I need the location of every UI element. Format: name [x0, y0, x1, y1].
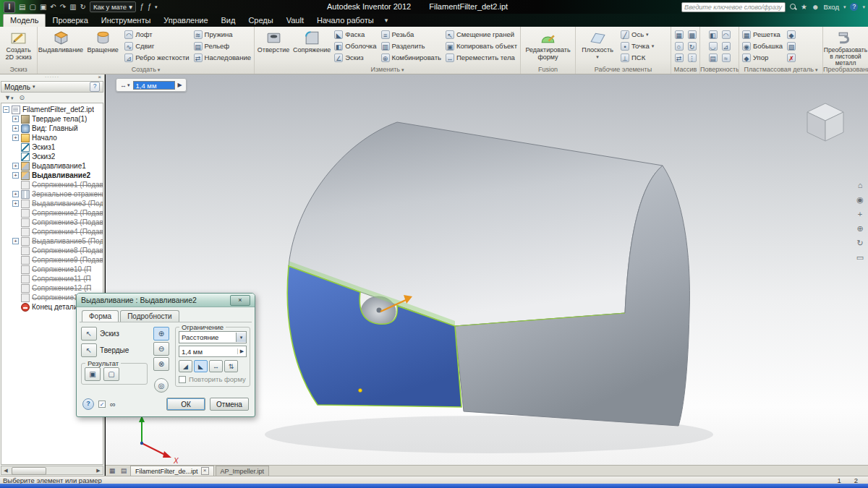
- direction-asymmetric-button[interactable]: ⇅: [224, 360, 238, 372]
- cascade-windows-icon[interactable]: ▤: [119, 466, 129, 476]
- panel-close-icon[interactable]: ×: [98, 74, 102, 80]
- open-document-icon[interactable]: ▢: [29, 4, 35, 11]
- panel-grip[interactable]: ······ ×: [0, 74, 104, 81]
- move-bodies-button[interactable]: ↔Переместить тела: [444, 52, 519, 63]
- tree-item-fillet1[interactable]: Сопряжение1 (Подавлен: [3, 180, 103, 189]
- operation-join-button[interactable]: ⊕: [153, 327, 169, 341]
- shell-button[interactable]: ◧Оболочка: [333, 40, 378, 51]
- mirror-button[interactable]: ⇄: [673, 52, 685, 63]
- rib-button[interactable]: ⊿Ребро жесткости: [123, 52, 190, 63]
- tree-item-mirror1[interactable]: +Зеркальное отражение1 (: [3, 189, 103, 199]
- tab-tools[interactable]: Инструменты: [95, 14, 158, 27]
- work-axis-button[interactable]: ╱Ось▾: [619, 29, 655, 40]
- thicken-button[interactable]: ◧: [707, 29, 719, 40]
- tree-item-view-main[interactable]: +Вид: Главный: [3, 124, 103, 133]
- qat-customize-icon[interactable]: ▾: [155, 4, 158, 9]
- chamfer-button[interactable]: ◣Фаска: [333, 29, 378, 40]
- dialog-titlebar[interactable]: Выдавливание : Выдавливание2 ×: [77, 294, 255, 307]
- tab-manage[interactable]: Управление: [157, 14, 214, 27]
- doc-tab-inactive[interactable]: AP_Impeller.ipt: [216, 466, 270, 476]
- doc-tab-active[interactable]: FilamentFilter_de...ipt ×: [130, 466, 214, 476]
- search-icon[interactable]: [790, 4, 796, 10]
- split-button[interactable]: ▥Разделить: [380, 40, 443, 51]
- scroll-left-icon[interactable]: ◀: [1, 468, 10, 474]
- output-solid-button[interactable]: ▣: [85, 367, 101, 381]
- direction-1-button[interactable]: ◢: [179, 360, 192, 372]
- extend-surface-button[interactable]: ⊿: [720, 40, 732, 51]
- operation-intersect-button[interactable]: ⊗: [153, 357, 169, 371]
- tree-item-fillet4[interactable]: Сопряжение4 (Подавлен: [3, 227, 103, 236]
- new-document-icon[interactable]: ▤: [19, 4, 25, 11]
- grill-button[interactable]: ▦Решетка: [741, 29, 784, 40]
- distance-input[interactable]: 1,4 мм ▶: [179, 346, 247, 357]
- tree-item-fillet12[interactable]: Сопряжение12 (П: [3, 283, 103, 293]
- rule-fillet-button[interactable]: ▧: [786, 40, 797, 51]
- pattern-more-button[interactable]: ⋮: [686, 52, 698, 63]
- revolve-button[interactable]: Вращение: [84, 28, 122, 55]
- sign-in-button[interactable]: Вход: [823, 3, 839, 11]
- dialog-tab-details[interactable]: Подробности: [120, 310, 179, 322]
- browser-horizontal-scrollbar[interactable]: ◀ ▶: [1, 466, 103, 475]
- tree-item-sketch2[interactable]: Эскиз2: [3, 152, 103, 161]
- home-view-icon[interactable]: ⌂: [858, 181, 863, 189]
- distance-inline-input[interactable]: 1,4 мм: [133, 81, 175, 90]
- browser-header-dropdown-icon[interactable]: ▾: [33, 84, 35, 90]
- edit-form-button[interactable]: Редактировать форму: [524, 28, 573, 61]
- offset-faces-button[interactable]: ↖Смещение граней: [444, 29, 519, 40]
- sketch-pattern-button[interactable]: ▩: [686, 29, 698, 40]
- rest-button[interactable]: ◆Упор: [741, 52, 784, 63]
- tree-item-extrusion5[interactable]: +Выдавливание5 (Подавлен: [3, 236, 103, 246]
- ok-button[interactable]: ОК: [166, 398, 205, 411]
- sculpt-button[interactable]: ≈: [720, 52, 732, 63]
- steering-wheel-icon[interactable]: ◉: [856, 196, 864, 204]
- sweep-button[interactable]: ∿Сдвиг: [123, 40, 190, 51]
- search-input[interactable]: [681, 2, 786, 12]
- stitch-button[interactable]: ◡: [707, 40, 719, 51]
- tab-inspect[interactable]: Проверка: [46, 14, 94, 27]
- look-at-icon[interactable]: ▭: [856, 254, 864, 262]
- help-dropdown-icon[interactable]: ▾: [862, 4, 865, 9]
- operation-new-solid-button[interactable]: ◎: [154, 378, 169, 393]
- select-profile-button[interactable]: ↖: [81, 327, 97, 341]
- direction-2-button[interactable]: ◣: [194, 360, 208, 372]
- match-shape-checkbox[interactable]: [179, 376, 186, 383]
- convert-to-sheet-metal-button[interactable]: Преобразовать в листовой металл: [824, 28, 867, 65]
- tree-item-fillet10[interactable]: Сопряжение10 (П: [3, 265, 103, 274]
- circular-pattern-button[interactable]: ○: [673, 40, 685, 51]
- direction-symmetric-button[interactable]: ↔: [209, 360, 223, 372]
- mini-toolbar[interactable]: ↔▾ 1,4 мм ▶: [116, 78, 187, 92]
- measure-mode-button[interactable]: ↔▾: [119, 82, 132, 89]
- dialog-help-button[interactable]: ?: [82, 398, 94, 410]
- viewcube[interactable]: [800, 96, 851, 147]
- tree-item-extrusion3[interactable]: +Выдавливание3 (Подавлен: [3, 199, 103, 208]
- derive-button[interactable]: ⇄Наследование: [192, 52, 252, 63]
- tab-vault[interactable]: Vault: [280, 14, 310, 27]
- print-icon[interactable]: ▥: [69, 4, 76, 11]
- emboss-button[interactable]: ▤Рельеф: [192, 40, 252, 51]
- tab-view[interactable]: Вид: [215, 14, 242, 27]
- parameters-fx-icon[interactable]: ƒ: [140, 4, 144, 11]
- work-plane-dropdown-icon[interactable]: ▾: [596, 54, 599, 60]
- tree-item-solid-bodies[interactable]: +Твердые тела(1): [3, 114, 103, 124]
- tree-item-root[interactable]: −FilamentFilter_det2.ipt: [3, 105, 103, 114]
- boss-button[interactable]: ◉Бобышка: [741, 40, 784, 51]
- signin-dropdown-icon[interactable]: ▾: [843, 4, 846, 9]
- dialog-tab-shape[interactable]: Форма: [82, 310, 119, 322]
- patch-button[interactable]: ▤: [707, 52, 719, 63]
- doc-tab-close-icon[interactable]: ×: [201, 467, 209, 475]
- tree-item-extrusion1[interactable]: +Выдавливание1: [3, 161, 103, 171]
- refresh-icon[interactable]: ↻: [80, 4, 86, 11]
- distance-flyout-icon[interactable]: ▶: [237, 348, 246, 354]
- tree-item-fillet9[interactable]: Сопряжение9 (Подавлен: [3, 255, 103, 265]
- tree-item-extrusion2[interactable]: +Выдавливание2: [3, 171, 103, 180]
- work-plane-button[interactable]: Плоскость ▾: [577, 28, 618, 60]
- save-icon[interactable]: ▣: [40, 4, 46, 11]
- select-solids-button[interactable]: ↖: [81, 343, 97, 357]
- tab-environments[interactable]: Среды: [242, 14, 279, 27]
- ribbon-minimize-icon[interactable]: ▾: [385, 17, 388, 27]
- extrude-dialog[interactable]: Выдавливание : Выдавливание2 × Форма Под…: [76, 293, 255, 417]
- coil-button[interactable]: ≋Пружина: [192, 29, 252, 40]
- tree-item-fillet3[interactable]: Сопряжение3 (Подавлен: [3, 218, 103, 227]
- tree-item-sketch1[interactable]: Эскиз1: [3, 142, 103, 152]
- hole-button[interactable]: Отверстие: [256, 28, 291, 55]
